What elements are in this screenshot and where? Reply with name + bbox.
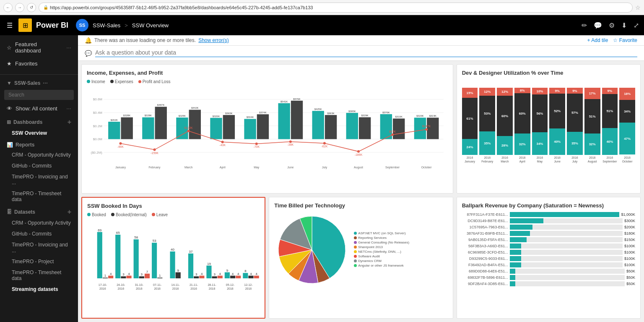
sidebar-crm-opp[interactable]: CRM - Opportunity Activity	[0, 149, 78, 160]
svg-text:17-10-: 17-10-	[99, 283, 107, 286]
content-top-bar: 🔔 There was an issue loading one or more…	[78, 35, 644, 46]
revenue-row: D93299C5-9033-E61... $100K	[462, 256, 635, 261]
sidebar-timepro-proj-ds[interactable]: TimePRO - Project	[0, 256, 78, 267]
revenue-company-label: 6C96985E-3CFD-E51...	[462, 250, 508, 254]
forward-button[interactable]: →	[15, 3, 24, 12]
revenue-value: $150K	[624, 238, 635, 242]
revenue-bar	[510, 262, 623, 267]
svg-text:21-11-: 21-11-	[190, 283, 198, 286]
svg-point-70	[289, 140, 292, 143]
search-input[interactable]	[4, 90, 74, 100]
add-tile-button[interactable]: + Add tile	[587, 37, 608, 43]
avatar[interactable]: SS	[76, 19, 88, 31]
sidebar-streaming-ds[interactable]: Streaming datasets	[0, 284, 78, 295]
svg-text:53: 53	[153, 239, 156, 243]
favorite-button[interactable]: ☆ Favorite	[613, 37, 637, 43]
svg-text:January: January	[115, 166, 126, 169]
featured-ellipsis: ···	[66, 44, 71, 51]
settings-icon[interactable]: ⚙	[609, 21, 615, 29]
comment-icon[interactable]: 💬	[594, 21, 602, 29]
booked-chart-svg: 691417-10-2016653424-10-2016583731-10-20…	[87, 220, 260, 295]
qa-bar: 💬	[78, 46, 644, 61]
sidebar-reports-group[interactable]: 📊 Reports	[0, 139, 78, 149]
dev-bar-group: 15% 61% 24% 2016January	[462, 88, 478, 163]
tile-booked: SSW Booked In Days Booked Booked(Interna…	[81, 197, 265, 319]
svg-rect-88	[115, 235, 120, 278]
svg-rect-106	[157, 277, 162, 278]
svg-rect-25	[210, 118, 222, 139]
reports-bar-icon: 📊	[7, 142, 13, 148]
show-errors-link[interactable]: Show error(s)	[198, 37, 229, 43]
pie-legend-item: ASP.NET MVC (on SQL Server)	[354, 231, 409, 235]
sidebar-crm-ds[interactable]: CRM - Opportunity Activity	[0, 217, 78, 228]
svg-text:$0.6M: $0.6M	[93, 97, 102, 101]
svg-text:September: September	[385, 166, 400, 169]
revenue-company-label: 9DF2BAF4-3D85-E61...	[462, 282, 508, 286]
svg-text:69: 69	[98, 228, 101, 232]
svg-text:-62K: -62K	[322, 145, 328, 148]
sidebar-item-favorites[interactable]: ★ Favorites	[0, 57, 78, 70]
svg-text:2016: 2016	[209, 287, 216, 290]
svg-text:2016: 2016	[245, 287, 252, 290]
income-legend: Income Expenses Profit and Loss	[87, 79, 448, 84]
svg-text:$147K: $147K	[422, 125, 431, 128]
svg-rect-27	[223, 115, 235, 139]
pie-chart-svg	[274, 212, 350, 288]
hamburger-menu-icon[interactable]: ☰	[5, 20, 14, 31]
sidebar-ssw-sales-group[interactable]: ▼ SSW-Sales ···	[0, 76, 78, 88]
sidebar-timepro-ts-ds[interactable]: TimePRO - Timesheet data	[0, 267, 78, 284]
dev-x-label: 2016June	[554, 156, 561, 163]
download-icon[interactable]: ⬇	[621, 21, 627, 29]
sidebar-timepro-ts[interactable]: TimePRO - Timesheet data	[0, 188, 78, 205]
svg-point-62	[153, 149, 156, 151]
bookmark-icon[interactable]: ☆	[635, 4, 641, 11]
reload-button[interactable]: ↺	[27, 3, 36, 12]
revenue-bar	[510, 212, 620, 217]
reports-label: Reports	[16, 142, 34, 148]
sidebar-timepro-inv-ds[interactable]: TimePRO - Invoicing and ...	[0, 239, 78, 256]
revenue-bar	[510, 281, 625, 286]
income-chart-svg: $0.6M$0.4M$0.2M$0.0M($0.2M)$262K$328KJan…	[87, 86, 448, 170]
fullscreen-icon[interactable]: ⤢	[634, 21, 639, 29]
url-bar[interactable]: 🔒 https://app.powerbi.com/groups/456358f…	[39, 3, 633, 13]
revenue-value: $100K	[624, 257, 635, 261]
svg-text:$541K: $541K	[280, 100, 288, 103]
add-dataset-icon[interactable]: +	[68, 208, 71, 216]
sidebar-item-featured[interactable]: ☆ Featured dashboard ···	[0, 38, 78, 57]
svg-point-64	[187, 130, 190, 132]
dev-bar-group: 9% 57% 35% 2016July	[567, 88, 583, 163]
sidebar-github-ds[interactable]: GitHub - Commits	[0, 228, 78, 239]
svg-rect-45	[346, 113, 358, 139]
svg-text:March: March	[184, 166, 193, 169]
edit-icon[interactable]: ✏	[582, 21, 587, 29]
sidebar-ssw-overview[interactable]: SSW Overview	[0, 128, 78, 139]
sidebar-show-content[interactable]: 👁 Show: All content ···	[0, 102, 78, 115]
svg-text:40: 40	[171, 248, 174, 251]
revenue-company-label: 87FF311A-F37E-E611...	[462, 212, 508, 217]
revenue-title: Ballpark Revenue by Company (Saturation …	[462, 202, 635, 209]
back-button[interactable]: ←	[3, 3, 13, 12]
qa-input[interactable]	[95, 49, 637, 57]
dev-bar-group: 18% 34% 47% 2016October	[619, 88, 635, 163]
app-right-icons: ✏ 💬 ⚙ ⬇ ⤢	[582, 21, 639, 29]
svg-text:-159K: -159K	[151, 152, 158, 154]
svg-text:$328K: $328K	[123, 115, 130, 117]
qa-icon: 💬	[85, 50, 92, 57]
revenue-bar	[510, 269, 625, 274]
revenue-row: 69832F7B-5896-E611... $50K	[462, 275, 635, 280]
sidebar-timepro-inv[interactable]: TimePRO - Invoicing and ...	[0, 171, 78, 188]
sidebar-github[interactable]: GitHub - Commits	[0, 160, 78, 171]
svg-text:$442K: $442K	[191, 107, 198, 109]
dev-chart: 15% 61% 24% 2016January 12% 53% 35% 2016…	[462, 79, 635, 163]
sidebar-datasets-group[interactable]: 🗄 Datasets +	[0, 205, 78, 217]
add-dashboard-icon[interactable]: +	[68, 118, 71, 126]
sidebar-dashboards-group[interactable]: ⊞ Dashboards +	[0, 115, 78, 128]
svg-text:2016: 2016	[154, 287, 161, 290]
workspace-name[interactable]: SSW-Sales	[93, 22, 120, 29]
svg-point-60	[119, 142, 122, 145]
svg-rect-118	[194, 276, 199, 278]
svg-text:$310K: $310K	[395, 115, 402, 118]
svg-rect-112	[176, 272, 181, 278]
dev-bar-group: 12% 53% 35% 2016February	[479, 88, 495, 163]
svg-text:65: 65	[116, 231, 120, 235]
